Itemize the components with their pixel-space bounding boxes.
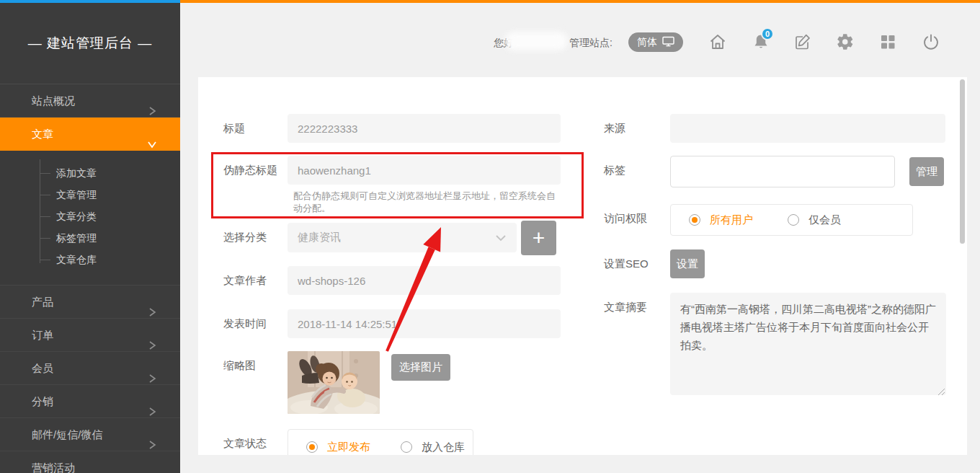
slug-input[interactable]	[288, 156, 561, 185]
publish-time-label: 发表时间	[223, 309, 267, 338]
articles-submenu: 添加文章 文章管理 文章分类 标签管理 文章仓库	[0, 151, 180, 286]
author-input[interactable]	[288, 266, 561, 295]
source-input[interactable]	[670, 114, 945, 143]
manage-site-label: 管理站点:	[569, 37, 612, 50]
tags-label: 标签	[604, 156, 625, 185]
radio-dot	[689, 214, 700, 226]
chevron-down-icon	[495, 231, 507, 244]
add-category-button[interactable]: +	[521, 221, 556, 255]
article-edit-panel: 标题 伪静态标题 配合伪静态规则可自定义浏览器地址栏显示地址，留空系统会自动分配…	[198, 77, 967, 455]
title-label: 标题	[223, 114, 245, 143]
sidebar-item-products[interactable]: 产品	[0, 286, 180, 319]
submenu-item-add-article[interactable]: 添加文章	[0, 162, 180, 184]
sidebar-item-members[interactable]: 会员	[0, 352, 180, 385]
sidebar: — 建站管理后台 — 站点概况 文章 添加文章 文章管理 文章分类 标签管理 文…	[0, 3, 180, 473]
sidebar-item-distribution[interactable]: 分销	[0, 385, 180, 418]
chevron-right-icon	[147, 397, 157, 407]
sidebar-item-mail-sms-wechat[interactable]: 邮件/短信/微信	[0, 418, 180, 451]
source-label: 来源	[604, 114, 625, 143]
tags-input[interactable]	[670, 156, 895, 187]
notification-badge: 0	[761, 27, 774, 40]
notifications-bell-icon[interactable]: 0	[752, 32, 770, 51]
radio-to-warehouse[interactable]: 放入仓库	[401, 441, 465, 454]
manage-tags-button[interactable]: 管理	[909, 157, 944, 186]
category-select[interactable]: 健康资讯	[288, 223, 517, 252]
chevron-right-icon	[147, 96, 157, 106]
sidebar-item-orders[interactable]: 订单	[0, 319, 180, 352]
submenu-item-tag-manage[interactable]: 标签管理	[0, 227, 180, 249]
submenu-item-article-manage[interactable]: 文章管理	[0, 184, 180, 205]
summary-textarea[interactable]: 有“西南第一高钢塔，四川第二高电视塔”之称的德阳广播电视塔主塔广告位将于本月下旬…	[670, 293, 946, 395]
top-header: 您好 管理站点: 简体 0	[180, 3, 980, 77]
select-image-button[interactable]: 选择图片	[391, 354, 450, 381]
title-input[interactable]	[288, 114, 561, 143]
radio-all-users[interactable]: 所有用户	[689, 213, 753, 227]
edit-icon[interactable]	[793, 32, 812, 51]
chevron-right-icon	[147, 330, 157, 340]
seo-label: 设置SEO	[604, 249, 649, 278]
sidebar-nav: 站点概况 文章 添加文章 文章管理 文章分类 标签管理 文章仓库 产品 订单	[0, 84, 180, 473]
settings-gear-icon[interactable]	[836, 32, 855, 51]
publish-time-input[interactable]	[288, 309, 561, 338]
chevron-right-icon	[147, 297, 157, 307]
slug-label: 伪静态标题	[223, 156, 277, 185]
sidebar-item-label: 文章	[32, 128, 53, 140]
category-label: 选择分类	[223, 223, 267, 252]
radio-members-only[interactable]: 仅会员	[788, 213, 841, 227]
panel-scrollbar[interactable]	[960, 79, 965, 244]
thumbnail-label: 缩略图	[223, 351, 256, 380]
apps-grid-icon[interactable]	[878, 32, 897, 51]
slug-hint: 配合伪静态规则可自定义浏览器地址栏显示地址，留空系统会自动分配。	[293, 190, 561, 214]
sidebar-item-articles[interactable]: 文章	[0, 118, 180, 151]
app-logo: — 建站管理后台 —	[0, 3, 180, 84]
thumbnail-image	[288, 351, 380, 414]
monitor-icon	[662, 36, 674, 49]
chevron-right-icon	[147, 363, 157, 373]
radio-dot	[401, 441, 412, 453]
chevron-right-icon	[147, 430, 157, 440]
access-radio-group: 所有用户 仅会员	[670, 204, 913, 236]
radio-dot	[788, 214, 799, 226]
sidebar-item-site-overview[interactable]: 站点概况	[0, 84, 180, 118]
status-label: 文章状态	[223, 429, 267, 455]
radio-dot	[306, 441, 318, 453]
sidebar-item-marketing[interactable]: 营销活动	[0, 451, 180, 473]
site-language-pill[interactable]: 简体	[628, 32, 683, 52]
redacted-username	[504, 32, 568, 50]
summary-label: 文章摘要	[604, 293, 647, 322]
submenu-item-article-warehouse[interactable]: 文章仓库	[0, 249, 180, 270]
status-radio-group: 立即发布 放入仓库	[288, 429, 473, 455]
power-logout-icon[interactable]	[922, 32, 940, 51]
chevron-down-icon	[147, 129, 157, 139]
submenu-item-article-category[interactable]: 文章分类	[0, 205, 180, 227]
sidebar-item-label: 站点概况	[32, 94, 75, 107]
author-label: 文章作者	[223, 266, 267, 295]
access-label: 访问权限	[604, 204, 647, 233]
home-icon[interactable]	[708, 32, 727, 51]
chevron-right-icon	[147, 463, 157, 473]
radio-publish-now[interactable]: 立即发布	[306, 441, 370, 454]
seo-settings-button[interactable]: 设置	[670, 249, 705, 278]
